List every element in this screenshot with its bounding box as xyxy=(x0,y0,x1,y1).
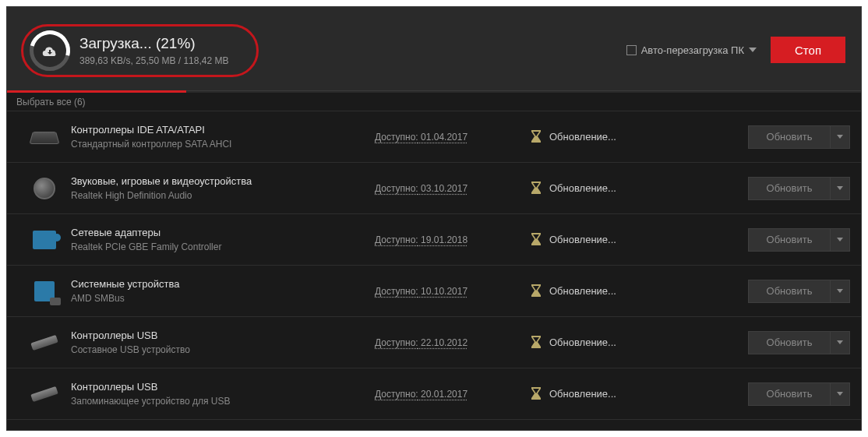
update-status: Обновление... xyxy=(531,284,663,298)
download-stats: 389,63 KB/s, 25,50 MB / 118,42 MB xyxy=(79,55,228,66)
auto-restart-checkbox[interactable]: Авто-перезагрузка ПК xyxy=(626,44,757,56)
driver-category: Звуковые, игровые и видеоустройства xyxy=(71,175,375,187)
device-icon xyxy=(30,174,58,203)
update-status: Обновление... xyxy=(531,181,663,196)
hourglass-icon xyxy=(531,130,542,144)
select-all-label: Выбрать все (6) xyxy=(16,97,86,107)
available-date-link[interactable]: Доступно: 19.01.2018 xyxy=(375,234,531,245)
available-date-link[interactable]: Доступно: 20.01.2017 xyxy=(375,389,531,400)
driver-category: Контроллеры USB xyxy=(71,330,375,341)
hourglass-icon xyxy=(531,387,542,401)
update-status: Обновление... xyxy=(531,336,663,350)
auto-restart-label: Авто-перезагрузка ПК xyxy=(641,44,744,56)
update-button[interactable]: Обновить xyxy=(748,125,830,149)
device-icon xyxy=(30,380,58,408)
update-dropdown[interactable] xyxy=(830,382,850,406)
hourglass-icon xyxy=(531,181,542,196)
chevron-down-icon xyxy=(837,340,843,344)
chevron-down-icon xyxy=(837,186,843,190)
hourglass-icon xyxy=(531,284,542,298)
download-progress-icon xyxy=(30,30,70,71)
driver-row: Сетевые адаптерыRealtek PCIe GBE Family … xyxy=(7,214,861,266)
driver-name: AMD SMBus xyxy=(71,293,375,304)
available-date-link[interactable]: Доступно: 22.10.2012 xyxy=(375,337,531,348)
download-title: Загрузка... (21%) xyxy=(79,35,228,52)
available-date-link[interactable]: Доступно: 01.04.2017 xyxy=(375,132,531,143)
update-status: Обновление... xyxy=(531,233,663,247)
update-button[interactable]: Обновить xyxy=(748,331,830,354)
driver-name: Составное USB устройство xyxy=(71,344,375,355)
chevron-down-icon xyxy=(837,289,843,293)
driver-row: Контроллеры USBЗапоминающее устройство д… xyxy=(7,368,861,420)
driver-list: Контроллеры IDE ATA/ATAPIСтандартный кон… xyxy=(7,111,861,420)
update-status: Обновление... xyxy=(531,130,663,144)
update-dropdown[interactable] xyxy=(830,177,850,200)
available-date-link[interactable]: Доступно: 10.10.2017 xyxy=(375,286,531,297)
select-all-row[interactable]: Выбрать все (6) xyxy=(7,93,861,111)
hourglass-icon xyxy=(531,336,542,350)
update-button[interactable]: Обновить xyxy=(748,228,830,252)
checkbox-icon xyxy=(626,45,637,55)
update-status: Обновление... xyxy=(531,387,663,401)
update-dropdown[interactable] xyxy=(830,228,850,252)
driver-name: Стандартный контроллер SATA AHCI xyxy=(71,139,375,150)
update-dropdown[interactable] xyxy=(830,331,850,354)
app-window: Загрузка... (21%) 389,63 KB/s, 25,50 MB … xyxy=(6,6,862,431)
driver-row: Системные устройстваAMD SMBusДоступно: 1… xyxy=(7,266,861,317)
device-icon xyxy=(30,277,58,305)
update-dropdown[interactable] xyxy=(830,280,850,303)
cloud-download-icon xyxy=(41,41,59,60)
driver-row: Звуковые, игровые и видеоустройстваRealt… xyxy=(7,163,861,214)
device-icon xyxy=(30,123,58,151)
update-button[interactable]: Обновить xyxy=(748,177,830,200)
driver-row: Контроллеры IDE ATA/ATAPIСтандартный кон… xyxy=(7,111,861,163)
hourglass-icon xyxy=(531,233,542,247)
driver-row: Контроллеры USBСоставное USB устройствоД… xyxy=(7,317,861,368)
chevron-down-icon xyxy=(837,392,843,396)
driver-category: Системные устройства xyxy=(71,278,375,290)
chevron-down-icon xyxy=(837,135,843,139)
driver-category: Контроллеры IDE ATA/ATAPI xyxy=(71,124,375,136)
driver-category: Контроллеры USB xyxy=(71,381,375,393)
header: Загрузка... (21%) 389,63 KB/s, 25,50 MB … xyxy=(7,7,861,93)
update-button[interactable]: Обновить xyxy=(748,280,830,303)
driver-name: Realtek High Definition Audio xyxy=(71,190,375,201)
update-dropdown[interactable] xyxy=(830,125,850,149)
header-progress-bar xyxy=(7,90,186,93)
update-button[interactable]: Обновить xyxy=(748,382,830,406)
stop-button[interactable]: Стоп xyxy=(771,37,845,63)
download-highlight: Загрузка... (21%) 389,63 KB/s, 25,50 MB … xyxy=(21,24,259,77)
driver-name: Realtek PCIe GBE Family Controller xyxy=(71,241,375,252)
chevron-down-icon xyxy=(837,238,843,241)
available-date-link[interactable]: Доступно: 03.10.2017 xyxy=(375,183,531,194)
driver-name: Запоминающее устройство для USB xyxy=(71,396,375,407)
device-icon xyxy=(30,226,58,254)
device-icon xyxy=(30,329,58,357)
driver-category: Сетевые адаптеры xyxy=(71,227,375,238)
chevron-down-icon xyxy=(749,48,757,52)
